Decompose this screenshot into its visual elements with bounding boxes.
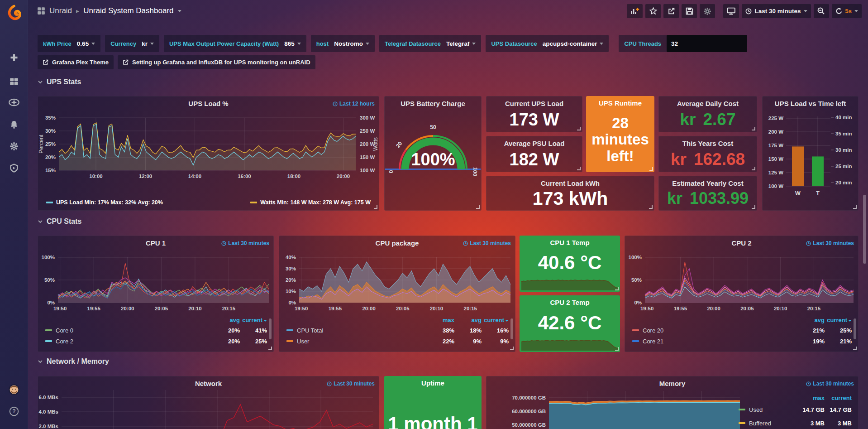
panel-title[interactable]: UPS Load vs Time left <box>763 100 858 107</box>
variable-telegraf-datasource[interactable]: Telegraf Datasource Telegraf <box>379 35 482 52</box>
cpu2-chart[interactable]: 19:5019:5520:0020:0520:1020:15100%50%0% <box>625 236 858 317</box>
chart-legend: maxavgcurrentCPU Total38%18%16%User22%9%… <box>286 317 509 347</box>
save-button[interactable] <box>682 4 697 18</box>
tv-mode-button[interactable] <box>723 4 739 18</box>
legend-column-header[interactable]: current <box>825 395 852 401</box>
ups-load-chart[interactable]: 10:0012:0014:0016:0018:0020:0035%30%25%2… <box>38 96 379 189</box>
refresh-button[interactable]: 5s <box>832 4 862 18</box>
variable-kwh-price[interactable]: kWh Price 0.65 <box>38 35 100 52</box>
panel-title[interactable]: Uptime <box>384 379 482 387</box>
variable-host[interactable]: host Nostromo <box>311 35 375 52</box>
panel-time-range[interactable]: Last 30 minutes <box>221 240 269 246</box>
configuration-gear-icon[interactable] <box>0 137 28 155</box>
link-grafana-plex-theme[interactable]: Grafana Plex Theme <box>38 55 114 69</box>
panel-time-range[interactable]: Last 30 minutes <box>806 381 854 387</box>
stat-value: kr2.67 <box>659 110 757 129</box>
help-icon[interactable]: ? <box>0 402 28 420</box>
page-scrollbar[interactable] <box>863 195 866 264</box>
legend-series[interactable]: Used14.7 GB14.7 GB <box>739 403 852 416</box>
panel-title[interactable]: This Years Cost <box>659 140 757 147</box>
refresh-interval-label[interactable]: 5s <box>845 8 852 14</box>
section-network-memory[interactable]: Network / Memory <box>38 357 109 366</box>
panel-uptime: Uptime 1 month 1 <box>384 376 482 429</box>
cpu-package-chart[interactable]: 19:5019:5520:0020:0520:1020:1540%30%20%1… <box>279 236 515 317</box>
dashboard-grid-icon[interactable] <box>37 7 45 15</box>
panel-title[interactable]: UPS Battery Charge <box>385 100 481 107</box>
zoom-out-button[interactable] <box>814 4 829 18</box>
panel-title[interactable]: CPU 1 Temp <box>520 239 620 246</box>
variable-currency[interactable]: Currency kr <box>105 35 159 52</box>
dashboard-dropdown-caret[interactable] <box>178 10 181 12</box>
panel-time-range[interactable]: Last 30 minutes <box>806 240 854 246</box>
panel-title[interactable]: UPS Runtime <box>586 99 654 107</box>
variable-label: UPS Datasource <box>491 40 537 47</box>
legend-column-header[interactable]: current <box>240 317 267 323</box>
svg-text:250 W: 250 W <box>360 128 375 134</box>
panel-title[interactable]: Average PSU Load <box>486 140 582 147</box>
legend-swatch <box>632 340 639 342</box>
stat-value: 173 kWh <box>486 188 654 209</box>
variable-label: host <box>316 40 329 47</box>
svg-text:20:05: 20:05 <box>740 306 754 311</box>
explore-compass-icon[interactable] <box>0 93 28 111</box>
dashboards-icon[interactable] <box>0 72 28 91</box>
legend-series-watts[interactable]: Watts Min: 148 W Max: 278 W Avg: 175 W <box>250 199 371 206</box>
legend-column-header[interactable]: avg <box>797 317 825 323</box>
legend-series[interactable]: Core 2021%25% <box>632 325 852 336</box>
variable-value: 865 <box>284 40 295 47</box>
time-range-label: Last 30 minutes <box>813 381 854 387</box>
legend-column-header[interactable]: avg <box>213 317 240 323</box>
panel-title[interactable]: UPS Load % <box>38 100 379 107</box>
breadcrumb-app[interactable]: Unraid <box>49 6 72 15</box>
alerting-bell-icon[interactable] <box>0 116 28 134</box>
legend-series-ups-load[interactable]: UPS Load Min: 17% Max: 32% Avg: 20% <box>46 199 163 206</box>
legend-series[interactable]: Buffered3 MB3 MB <box>739 416 852 429</box>
svg-text:25 min: 25 min <box>835 164 852 169</box>
panel-title[interactable]: Average Daily Cost <box>659 100 757 107</box>
panel-title[interactable]: Memory <box>486 380 858 387</box>
panel-title[interactable]: Current Load kWh <box>486 179 654 187</box>
panel-title[interactable]: Estimated Yearly Cost <box>659 179 757 187</box>
panel-title[interactable]: Current UPS Load <box>486 100 582 107</box>
panel-cpu1-temp: CPU 1 Temp 40.6 °C <box>520 236 620 292</box>
legend-column-header[interactable]: current <box>482 317 509 323</box>
legend-scrollbar[interactable] <box>269 318 272 339</box>
section-cpu-stats[interactable]: CPU Stats <box>38 217 81 226</box>
variable-ups-max-output[interactable]: UPS Max Output Power Capacity (Watt) 865 <box>164 35 306 52</box>
section-ups-stats[interactable]: UPS Stats <box>38 78 81 86</box>
legend-series[interactable]: CPU Total38%18%16% <box>286 325 509 336</box>
chart-legend: UPS Load Min: 17% Max: 32% Avg: 20% Watt… <box>38 199 379 206</box>
legend-series[interactable]: Core 2119%21% <box>632 336 852 347</box>
time-range-picker[interactable]: Last 30 minutes <box>742 4 811 18</box>
link-ups-monitoring-guide[interactable]: Setting up Grafana and InfluxDB for UPS … <box>118 55 315 69</box>
breadcrumb-page[interactable]: Unraid System Dashboard <box>83 6 173 15</box>
server-admin-shield-icon[interactable] <box>0 159 28 177</box>
star-button[interactable] <box>645 4 661 18</box>
add-panel-button[interactable] <box>627 4 643 18</box>
legend-column-header[interactable]: max <box>427 317 454 323</box>
svg-text:15%: 15% <box>45 168 56 173</box>
settings-button[interactable] <box>700 4 715 18</box>
svg-text:?: ? <box>12 408 15 415</box>
cpu1-chart[interactable]: 19:5019:5520:0020:0520:1020:15100%50%0% <box>38 236 273 317</box>
pan​el-time-range[interactable]: Last 12 hours <box>333 101 375 107</box>
legend-series[interactable]: Core 220%25% <box>45 336 267 347</box>
variable-ups-datasource[interactable]: UPS Datasource apcupsd-container <box>486 35 609 52</box>
legend-scrollbar[interactable] <box>510 318 513 339</box>
panel-time-range[interactable]: Last 30 minutes <box>327 381 375 387</box>
legend-series[interactable]: Core 020%41% <box>45 325 267 336</box>
add-icon[interactable] <box>0 48 28 67</box>
legend-series[interactable]: User22%9%9% <box>286 336 509 347</box>
grafana-logo[interactable] <box>0 4 28 22</box>
legend-column-header[interactable]: max <box>797 395 825 401</box>
user-avatar[interactable] <box>0 381 28 399</box>
cpu-threads-input[interactable]: 32 <box>667 35 747 52</box>
panel-time-range[interactable]: Last 30 minutes <box>463 240 511 246</box>
share-button[interactable] <box>663 4 679 18</box>
panel-title[interactable]: CPU 2 Temp <box>520 299 620 306</box>
legend-column-header[interactable]: current <box>825 317 852 323</box>
legend-scrollbar[interactable] <box>854 318 856 339</box>
legend-column-header[interactable]: avg <box>454 317 482 323</box>
refresh-interval-caret[interactable] <box>854 10 858 12</box>
load-vs-time-bar-chart[interactable]: 225 W200 W175 W150 W125 W100 W40 min35 m… <box>763 96 859 213</box>
